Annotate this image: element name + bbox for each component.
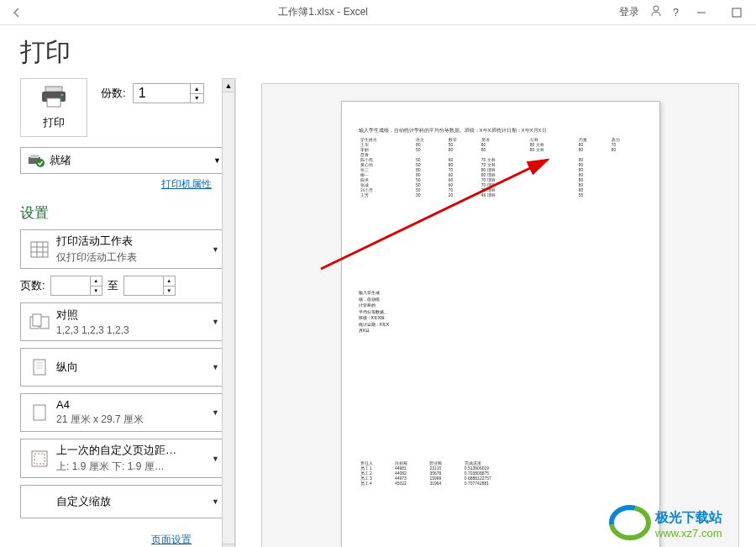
copies-up[interactable]: ▲ [191,84,203,94]
watermark: 极光下载站 www.xz7.com [605,502,756,547]
svg-rect-8 [30,155,39,158]
scroll-up-icon[interactable]: ▲ [223,79,234,92]
printer-icon [40,85,67,112]
printer-properties-link[interactable]: 打印机属性 [20,177,225,192]
minimize-button[interactable] [689,4,714,21]
orientation-select[interactable]: 纵向 ▼ [20,348,225,387]
copies-input[interactable]: 1 ▲▼ [133,83,204,103]
settings-heading: 设置 [20,203,225,223]
svg-rect-5 [47,98,60,107]
chevron-down-icon: ▼ [212,408,219,417]
collate-icon [28,313,51,330]
svg-point-9 [36,159,45,167]
help-button[interactable]: ? [673,7,679,18]
maximize-button[interactable] [724,4,749,21]
svg-point-6 [61,94,64,97]
print-settings-panel: 打印 份数: 1 ▲▼ 就绪 ▼ 打印机属性 设置 打印活动工作表仅打印活动工作… [0,78,235,547]
chevron-down-icon: ▼ [212,363,219,371]
svg-point-0 [654,6,659,11]
worksheet-icon [28,241,51,258]
printer-status: 就绪 [50,153,71,168]
left-scrollbar[interactable]: ▲ ▼ [222,78,235,547]
preview-block-2: 输入学生成绩，自动统计学科的平均分等数据。班级：X年X班统计日期：X年X月X日 [359,290,643,334]
preview-table-1: 学生姓名语文数学英语分科历史政治王华80508080 文科8070李丽50808… [359,137,643,197]
preview-area: 输入学生成绩，自动统计学科的平均分等数据。班级：X年X班统计日期：X年X月X日 … [261,83,739,547]
pages-to-input[interactable]: ▲▼ [123,276,176,296]
scroll-down-icon[interactable]: ▼ [223,544,234,547]
chevron-down-icon: ▼ [213,156,221,165]
svg-rect-10 [31,242,48,257]
printer-status-icon [28,154,45,167]
pages-from-input[interactable]: ▲▼ [50,276,102,296]
chevron-down-icon: ▼ [212,455,219,463]
account-icon[interactable] [649,4,663,20]
window-title: 工作簿1.xlsx - Excel [27,5,619,19]
chevron-down-icon: ▼ [212,245,219,254]
svg-rect-18 [34,360,45,375]
svg-text:极光下载站: 极光下载站 [654,510,722,524]
preview-panel: 输入学生成绩，自动统计学科的平均分等数据。班级：X年X班统计日期：X年X月X日 … [235,78,756,547]
copies-value: 1 [139,86,146,101]
margins-icon [28,450,51,467]
pages-label: 页数: [20,278,45,293]
collate-select[interactable]: 对照1,2,3 1,2,3 1,2,3 ▼ [20,302,225,341]
svg-rect-22 [34,405,45,420]
print-button-label: 打印 [43,115,65,130]
svg-rect-2 [732,8,741,17]
chevron-down-icon: ▼ [212,318,219,326]
print-scope-select[interactable]: 打印活动工作表仅打印活动工作表 ▼ [20,229,225,269]
svg-text:www.xz7.com: www.xz7.com [654,527,722,539]
margins-select[interactable]: 上一次的自定义页边距…上: 1.9 厘米 下: 1.9 厘… ▼ [20,439,225,478]
preview-title: 输入学生成绩，自动统计学科的平均分等数据。班级：X年X班统计日期：X年X月X日 [359,127,643,134]
svg-rect-17 [33,314,41,326]
back-arrow-icon[interactable] [7,3,27,23]
copies-down[interactable]: ▼ [191,94,203,103]
printer-select[interactable]: 就绪 ▼ [20,147,225,174]
page-title: 打印 [0,25,756,78]
page-setup-link[interactable]: 页面设置 [151,533,192,547]
preview-block-3: 责任人目标额营业额完成进度员工 144981231150.513906019员工… [359,460,643,486]
print-button[interactable]: 打印 [20,78,87,137]
pages-range: 页数: ▲▼ 至 ▲▼ [20,276,225,296]
pages-to-label: 至 [108,278,118,293]
page-preview: 输入学生成绩，自动统计学科的平均分等数据。班级：X年X班统计日期：X年X月X日 … [341,101,660,547]
portrait-icon [28,359,51,376]
svg-rect-3 [45,87,62,92]
copies-label: 份数: [101,86,126,101]
titlebar: 工作簿1.xlsx - Excel 登录 ? [0,0,756,25]
chevron-down-icon: ▼ [212,497,219,506]
login-link[interactable]: 登录 [619,5,639,19]
page-icon [28,404,51,421]
scaling-select[interactable]: 自定义缩放 ▼ [20,485,225,518]
paper-size-select[interactable]: A421 厘米 x 29.7 厘米 ▼ [20,393,225,432]
